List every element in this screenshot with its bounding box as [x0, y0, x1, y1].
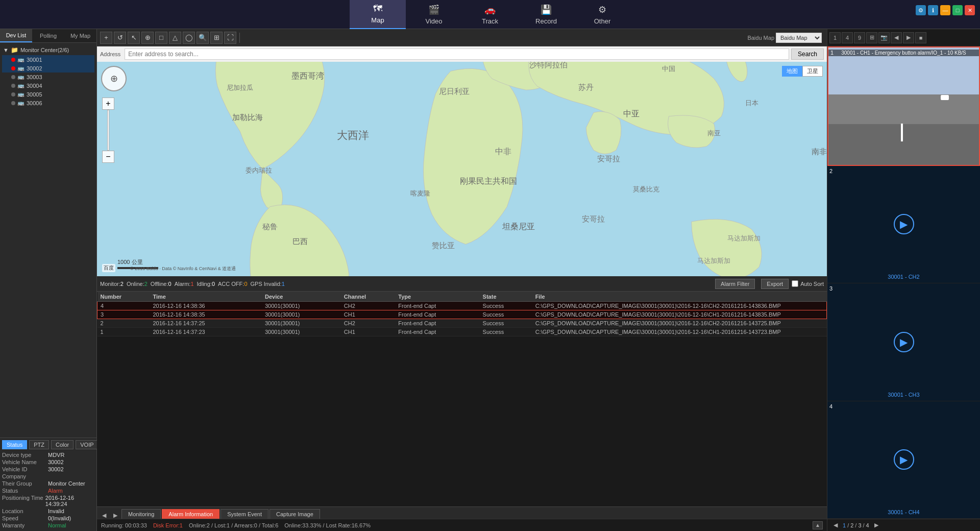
alarm-table-row[interactable]: 4 2016-12-16 14:38:36 30001(30001) CH2 F… — [97, 302, 827, 310]
video-cell-4[interactable]: 4 ▶ 30001 - CH4 — [827, 401, 980, 519]
toolbar-polygon-btn[interactable]: △ — [169, 32, 181, 44]
toolbar-refresh-btn[interactable]: ↺ — [114, 32, 126, 44]
map-type-satellite-btn[interactable]: 卫星 — [802, 66, 823, 77]
bottom-tabs-prev[interactable]: ◀ — [99, 512, 109, 519]
tree-item-30006[interactable]: 🚌 30006 — [2, 99, 94, 107]
vid-next-btn[interactable]: ▶ — [903, 32, 914, 43]
tab-polling[interactable]: Polling — [32, 29, 64, 42]
alarm-table-row[interactable]: 3 2016-12-16 14:38:35 30001(30001) CH1 F… — [97, 310, 827, 319]
map-toolbar: + ↺ ↖ ⊕ □ △ ◯ 🔍 ⊞ ⛶ Baidu Map Baidu Map … — [97, 29, 827, 46]
vid-btn-4[interactable]: 4 — [842, 32, 853, 43]
video-cell-2-play-btn[interactable]: ▶ — [894, 214, 914, 234]
nav-item-video[interactable]: 🎬 Video — [406, 0, 462, 29]
video-cell-3-play-btn[interactable]: ▶ — [894, 332, 914, 352]
page-1[interactable]: 1 — [843, 522, 846, 528]
toolbar-fullscreen-btn[interactable]: ⛶ — [224, 32, 236, 44]
vid-btn-1[interactable]: 1 — [829, 32, 841, 43]
map-copyright: © 2016 Baidu · Data © NavInfo & CenNavi … — [130, 266, 236, 272]
svg-text:南亚: 南亚 — [707, 129, 721, 137]
nav-label-other: Other — [594, 17, 611, 25]
vid-prev-btn[interactable]: ◀ — [891, 32, 902, 43]
bottom-tabs-next[interactable]: ▶ — [110, 512, 120, 519]
status-online: Online:2 / Lost:1 / Arrears:0 / Total:6 — [189, 522, 278, 528]
stat-idling: Idling:0 — [197, 281, 215, 287]
bottom-tabs-bar: ◀ ▶ Monitoring Alarm Information System … — [97, 506, 827, 519]
maximize-button[interactable]: □ — [952, 5, 963, 15]
device-icon-30002: 🚌 — [17, 65, 24, 71]
info-tab-color[interactable]: Color — [51, 440, 74, 449]
tree-item-30004[interactable]: 🚌 30004 — [2, 81, 94, 90]
toolbar-pointer-btn[interactable]: ⊕ — [141, 32, 154, 44]
settings-button[interactable]: ⚙ — [916, 5, 926, 15]
nav-item-track[interactable]: 🚗 Track — [462, 0, 518, 29]
tab-alarm-information[interactable]: Alarm Information — [162, 509, 219, 519]
minimize-button[interactable]: — — [940, 5, 950, 15]
device-label-30005: 30005 — [27, 91, 42, 98]
page-4[interactable]: 4 — [866, 522, 869, 528]
close-button[interactable]: ✕ — [965, 5, 975, 15]
address-search-input[interactable] — [125, 49, 789, 60]
device-tabs-bar: Dev List Polling My Map — [0, 29, 96, 43]
tab-monitoring[interactable]: Monitoring — [121, 509, 161, 519]
cell-num: 2 — [97, 319, 150, 328]
video-cell-4-play-btn[interactable]: ▶ — [894, 449, 914, 470]
world-map[interactable]: 大西洋 中亚 刚果民主共和国 坦桑尼亚 纳米比亚 巴西 墨西哥湾 地中海 加勒比… — [97, 62, 827, 276]
tree-item-30002[interactable]: 🚌 30002 — [2, 64, 94, 73]
device-label-30004: 30004 — [27, 83, 42, 89]
nav-item-record[interactable]: 💾 Record — [518, 0, 574, 29]
info-tab-status[interactable]: Status — [2, 440, 27, 449]
alarm-table-row[interactable]: 1 2016-12-16 14:37:23 30001(30001) CH1 F… — [97, 328, 827, 336]
tab-my-map[interactable]: My Map — [64, 29, 96, 42]
video-nav-next[interactable]: ▶ — [871, 522, 881, 528]
video-cell-1[interactable]: 30001 - CH1 - Emergency button alarm/IO_… — [827, 46, 980, 166]
toolbar-grid-btn[interactable]: ⊞ — [210, 32, 223, 44]
page-2[interactable]: 2 — [850, 522, 853, 528]
status-expand-btn[interactable]: ▲ — [813, 521, 823, 529]
tab-capture-image[interactable]: Capture Image — [270, 509, 320, 519]
map-source-select[interactable]: Baidu Map Google Map — [776, 33, 822, 43]
toolbar-zoom-search-btn[interactable]: 🔍 — [197, 32, 209, 44]
svg-text:南非: 南非 — [812, 148, 827, 156]
toolbar-add-btn[interactable]: + — [100, 32, 112, 44]
vid-btn-9[interactable]: 9 — [854, 32, 865, 43]
zoom-out-btn[interactable]: − — [102, 151, 114, 163]
tree-item-30003[interactable]: 🚌 30003 — [2, 73, 94, 81]
zoom-bar — [107, 110, 109, 151]
video-nav-prev[interactable]: ◀ — [830, 522, 841, 528]
auto-sort-checkbox[interactable] — [792, 280, 798, 287]
road-scene — [828, 47, 979, 165]
svg-text:刚果民主共和国: 刚果民主共和国 — [460, 176, 517, 185]
toolbar-cursor-btn[interactable]: ↖ — [128, 32, 140, 44]
svg-text:苏丹: 苏丹 — [578, 83, 594, 91]
cell-channel: CH2 — [341, 319, 396, 328]
tree-root-monitor-center[interactable]: ▼ 📁 Monitor Center(2/6) — [2, 45, 94, 55]
info-tab-ptz[interactable]: PTZ — [29, 440, 49, 449]
info-tab-voip[interactable]: VOIP — [76, 440, 98, 449]
tab-dev-list[interactable]: Dev List — [0, 29, 32, 42]
alarm-filter-button[interactable]: Alarm Filter — [715, 279, 755, 289]
map-type-map-btn[interactable]: 地图 — [782, 66, 802, 77]
tree-item-30001[interactable]: 🚌 30001 — [2, 55, 94, 64]
other-icon: ⚙ — [598, 4, 606, 15]
export-button[interactable]: Export — [761, 279, 789, 289]
search-button[interactable]: Search — [791, 49, 824, 60]
cell-type: Front-end Capt — [395, 310, 479, 319]
vid-capture-btn[interactable]: 📷 — [878, 32, 890, 43]
zoom-in-btn[interactable]: + — [102, 98, 114, 110]
stat-acc-off: ACC OFF:0 — [218, 281, 247, 287]
nav-item-other[interactable]: ⚙ Other — [574, 0, 630, 29]
center-panel: + ↺ ↖ ⊕ □ △ ◯ 🔍 ⊞ ⛶ Baidu Map Baidu Map … — [97, 29, 827, 531]
toolbar-select-btn[interactable]: □ — [155, 32, 167, 44]
monitor-center-icon: 📁 — [11, 46, 18, 54]
video-cell-2[interactable]: 2 ▶ 30001 - CH2 — [827, 166, 980, 284]
video-cell-3[interactable]: 3 ▶ 30001 - CH3 — [827, 283, 980, 401]
alarm-table-row[interactable]: 2 2016-12-16 14:37:25 30001(30001) CH2 F… — [97, 319, 827, 328]
info-button[interactable]: ℹ — [928, 5, 938, 15]
toolbar-circle-btn[interactable]: ◯ — [183, 32, 195, 44]
tree-item-30005[interactable]: 🚌 30005 — [2, 90, 94, 99]
vid-stop-btn[interactable]: ■ — [915, 32, 926, 43]
vid-btn-16[interactable]: ⊞ — [866, 32, 877, 43]
tab-system-event[interactable]: System Event — [220, 509, 268, 519]
nav-item-map[interactable]: 🗺 Map — [350, 0, 406, 29]
page-3[interactable]: 3 — [858, 522, 861, 528]
